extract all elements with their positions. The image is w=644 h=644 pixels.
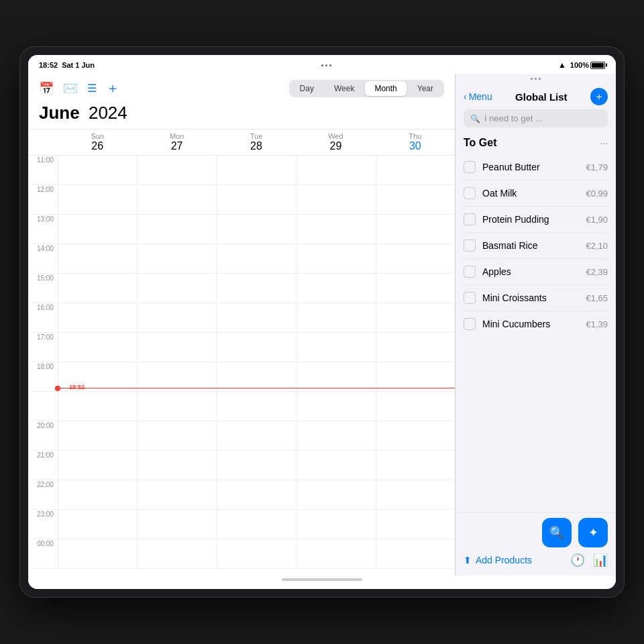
day-num-sun: 26 <box>58 140 137 152</box>
time-label <box>28 392 58 421</box>
panel-title: Global List <box>515 91 568 103</box>
time-cell <box>376 156 455 184</box>
item-checkbox[interactable] <box>464 213 476 225</box>
time-grid: 11:0012:0013:0014:0015:0016:0017:0018:00… <box>28 156 455 576</box>
history-icon[interactable]: 🕐 <box>570 553 585 568</box>
search-action-button[interactable]: 🔍 <box>542 518 572 547</box>
time-cell <box>376 451 455 480</box>
time-label: 21:00 <box>28 451 58 480</box>
calendar-inbox-icon[interactable]: ✉️ <box>63 81 78 96</box>
panel-header: ‹ Menu Global List ＋ <box>455 83 616 109</box>
status-date: Sat 1 Jun <box>62 61 95 69</box>
calendar-grid-icon[interactable]: 📅 <box>39 81 54 96</box>
status-center <box>321 64 331 66</box>
battery-bar <box>590 62 605 69</box>
item-name: Peanut Butter <box>482 162 579 172</box>
magic-action-button[interactable]: ✦ <box>578 518 608 547</box>
item-checkbox[interactable] <box>464 239 476 252</box>
item-name: Mini Croissants <box>482 292 579 303</box>
time-label: 16:00 <box>28 303 58 332</box>
status-time: 18:52 <box>39 61 58 69</box>
battery: 100% <box>570 61 605 69</box>
time-cell <box>376 539 455 568</box>
time-cell <box>296 185 375 214</box>
time-cell <box>217 539 296 568</box>
item-checkbox[interactable] <box>464 187 476 199</box>
time-cell <box>137 510 216 539</box>
calendar-icons: 📅 ✉️ ☰ ＋ <box>39 79 119 97</box>
chart-icon[interactable]: 📊 <box>593 553 608 568</box>
item-checkbox[interactable] <box>464 161 476 173</box>
item-checkbox[interactable] <box>464 266 476 278</box>
time-cell <box>137 451 216 480</box>
search-placeholder: I need to get ... <box>484 113 543 123</box>
main-area: 📅 ✉️ ☰ ＋ Day Week Month Year <box>28 74 616 576</box>
time-cell <box>217 392 296 421</box>
tab-week[interactable]: Week <box>325 81 364 96</box>
section-more-icon[interactable]: ··· <box>600 138 608 148</box>
week-day-tue: Tue 28 <box>217 129 296 155</box>
time-cell <box>137 215 216 244</box>
item-price: €2,39 <box>586 267 608 277</box>
tab-month[interactable]: Month <box>365 81 406 96</box>
time-cell <box>137 392 216 421</box>
tab-year[interactable]: Year <box>408 81 443 96</box>
back-button[interactable]: ‹ Menu <box>464 91 492 102</box>
panel-add-button[interactable]: ＋ <box>590 88 608 105</box>
time-cell <box>376 185 455 214</box>
time-label: 00:00 <box>28 539 58 568</box>
day-num-thu: 30 <box>376 140 455 152</box>
time-cell <box>58 185 137 214</box>
month-bold: June <box>39 103 80 123</box>
time-cell <box>296 510 375 539</box>
add-products-button[interactable]: ⬆ Add Products <box>464 555 565 566</box>
add-products-icon: ⬆ <box>464 555 472 566</box>
time-cell <box>217 244 296 273</box>
calendar-panel: 📅 ✉️ ☰ ＋ Day Week Month Year <box>28 74 455 576</box>
time-label: 18:00 <box>28 362 58 391</box>
time-row: 11:00 <box>28 156 455 185</box>
time-cell <box>58 480 137 509</box>
panel-dot-3 <box>539 78 541 80</box>
calendar-list-icon[interactable]: ☰ <box>87 82 97 95</box>
time-cell <box>217 303 296 332</box>
time-cell <box>376 303 455 332</box>
time-cell <box>217 421 296 450</box>
time-cell <box>217 333 296 362</box>
calendar-scroll[interactable]: 11:0012:0013:0014:0015:0016:0017:0018:00… <box>28 156 455 576</box>
search-bar[interactable]: 🔍 I need to get ... <box>464 109 608 127</box>
day-num-tue: 28 <box>217 140 296 152</box>
calendar-panel-top: 📅 ✉️ ☰ ＋ Day Week Month Year <box>28 74 455 156</box>
item-price: €0,99 <box>586 189 608 199</box>
time-row: 15:00 <box>28 274 455 303</box>
calendar-add-icon[interactable]: ＋ <box>106 79 119 97</box>
time-cell <box>137 303 216 332</box>
week-day-mon: Mon 27 <box>137 129 216 155</box>
calendar-header: 📅 ✉️ ☰ ＋ Day Week Month Year <box>28 74 455 129</box>
time-cell <box>296 362 375 391</box>
wifi-icon: ▲ <box>558 60 566 70</box>
day-label-sun: Sun <box>91 132 104 140</box>
time-cell <box>137 185 216 214</box>
bottom-bar: ⬆ Add Products 🕐 📊 <box>464 553 608 568</box>
time-row: 23:00 <box>28 510 455 539</box>
time-cell <box>217 215 296 244</box>
list-item: Oat Milk€0,99 <box>464 180 608 207</box>
home-bar <box>282 578 362 581</box>
item-checkbox[interactable] <box>464 292 476 304</box>
item-price: €1,90 <box>586 215 608 225</box>
tab-day[interactable]: Day <box>290 81 323 96</box>
section-title: To Get <box>464 137 496 149</box>
time-cell <box>296 480 375 509</box>
item-price: €1,79 <box>586 162 608 172</box>
list-item: Peanut Butter€1,79 <box>464 154 608 180</box>
ipad-screen: 18:52 Sat 1 Jun ▲ 100% <box>28 55 616 589</box>
current-time-label: 18:52 <box>58 384 87 390</box>
item-checkbox[interactable] <box>464 318 476 330</box>
item-name: Protein Pudding <box>482 214 579 225</box>
time-label: 11:00 <box>28 156 58 184</box>
time-cell <box>376 480 455 509</box>
panel-bottom: 🔍 ✦ ⬆ Add Products 🕐 📊 <box>455 512 616 576</box>
status-right: ▲ 100% <box>558 60 605 70</box>
list-item: Basmati Rice€2,10 <box>464 233 608 259</box>
